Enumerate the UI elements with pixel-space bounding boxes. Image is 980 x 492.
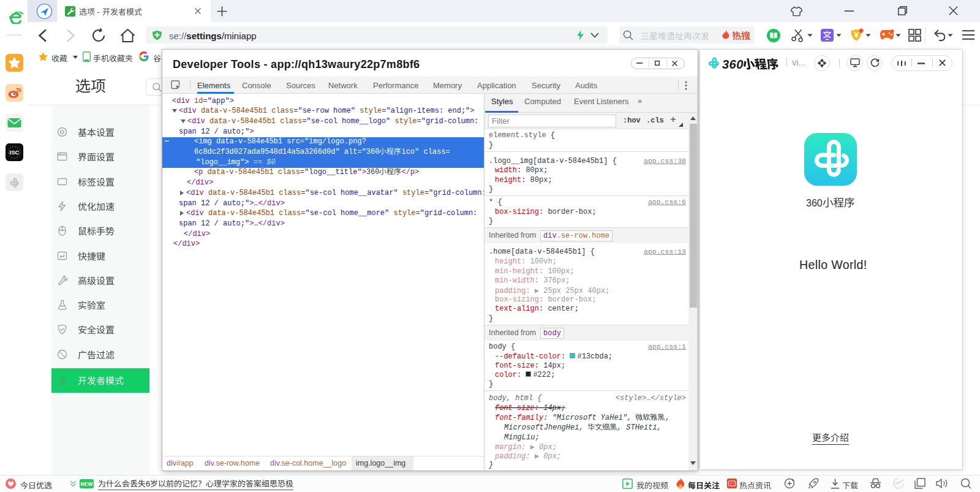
- svg-text:ISC: ISC: [10, 149, 20, 156]
- svg-text:NEW: NEW: [81, 481, 94, 487]
